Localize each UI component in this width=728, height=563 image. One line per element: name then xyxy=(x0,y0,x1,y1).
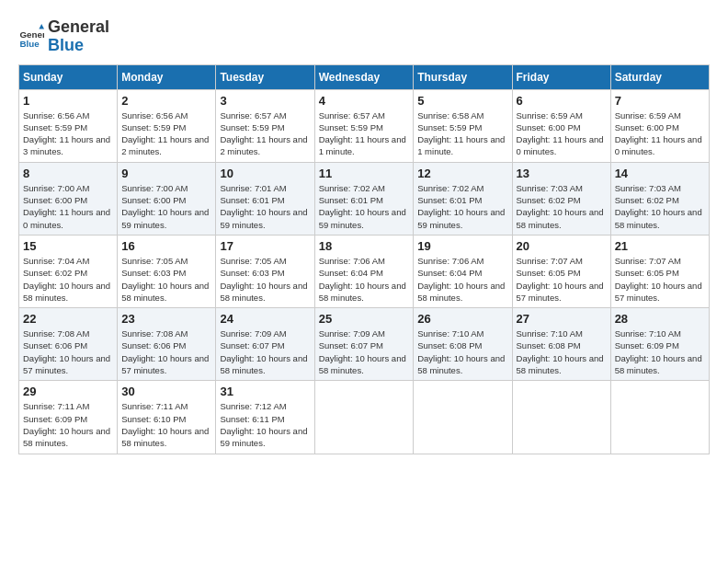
day-info: Sunrise: 7:09 AMSunset: 6:07 PMDaylight:… xyxy=(319,327,410,376)
day-number: 24 xyxy=(220,312,310,326)
calendar-cell: 12 Sunrise: 7:02 AMSunset: 6:01 PMDaylig… xyxy=(414,162,512,235)
calendar-header-tuesday: Tuesday xyxy=(216,64,314,89)
day-info: Sunrise: 7:11 AMSunset: 6:10 PMDaylight:… xyxy=(121,400,211,449)
calendar-cell: 27 Sunrise: 7:10 AMSunset: 6:08 PMDaylig… xyxy=(512,308,610,381)
calendar-table: SundayMondayTuesdayWednesdayThursdayFrid… xyxy=(18,64,710,454)
day-number: 6 xyxy=(517,94,607,108)
calendar-cell: 10 Sunrise: 7:01 AMSunset: 6:01 PMDaylig… xyxy=(216,162,314,235)
day-number: 13 xyxy=(517,167,607,180)
calendar-cell: 13 Sunrise: 7:03 AMSunset: 6:02 PMDaylig… xyxy=(512,162,610,235)
calendar-header-wednesday: Wednesday xyxy=(314,64,414,89)
day-info: Sunrise: 6:56 AMSunset: 5:59 PMDaylight:… xyxy=(121,109,211,158)
calendar-cell: 14 Sunrise: 7:03 AMSunset: 6:02 PMDaylig… xyxy=(610,162,709,235)
day-info: Sunrise: 7:07 AMSunset: 6:05 PMDaylight:… xyxy=(517,255,607,304)
calendar-header-sunday: Sunday xyxy=(19,64,118,89)
day-info: Sunrise: 7:10 AMSunset: 6:09 PMDaylight:… xyxy=(615,327,705,376)
calendar-cell: 17 Sunrise: 7:05 AMSunset: 6:03 PMDaylig… xyxy=(216,235,314,307)
day-info: Sunrise: 6:59 AMSunset: 6:00 PMDaylight:… xyxy=(517,109,607,158)
calendar-cell xyxy=(414,381,512,454)
day-info: Sunrise: 6:58 AMSunset: 5:59 PMDaylight:… xyxy=(417,109,507,158)
day-info: Sunrise: 7:09 AMSunset: 6:07 PMDaylight:… xyxy=(220,327,310,376)
calendar-cell xyxy=(512,381,610,454)
calendar-cell: 19 Sunrise: 7:06 AMSunset: 6:04 PMDaylig… xyxy=(414,235,512,307)
day-number: 11 xyxy=(319,167,410,180)
day-number: 8 xyxy=(23,167,113,180)
day-number: 9 xyxy=(121,167,211,180)
day-number: 28 xyxy=(615,312,705,326)
calendar-cell: 26 Sunrise: 7:10 AMSunset: 6:08 PMDaylig… xyxy=(414,308,512,381)
day-number: 16 xyxy=(121,239,211,253)
day-number: 19 xyxy=(417,239,507,253)
day-number: 18 xyxy=(319,239,410,253)
calendar-cell: 16 Sunrise: 7:05 AMSunset: 6:03 PMDaylig… xyxy=(118,235,216,307)
day-info: Sunrise: 7:05 AMSunset: 6:03 PMDaylight:… xyxy=(121,255,211,304)
day-info: Sunrise: 7:12 AMSunset: 6:11 PMDaylight:… xyxy=(220,400,310,449)
calendar-week-row: 29 Sunrise: 7:11 AMSunset: 6:09 PMDaylig… xyxy=(19,381,710,454)
day-info: Sunrise: 7:02 AMSunset: 6:01 PMDaylight:… xyxy=(417,182,507,231)
day-info: Sunrise: 7:08 AMSunset: 6:06 PMDaylight:… xyxy=(23,327,113,376)
calendar-week-row: 8 Sunrise: 7:00 AMSunset: 6:00 PMDayligh… xyxy=(19,162,710,235)
day-info: Sunrise: 7:04 AMSunset: 6:02 PMDaylight:… xyxy=(23,255,113,304)
day-number: 23 xyxy=(121,312,211,326)
calendar-cell: 7 Sunrise: 6:59 AMSunset: 6:00 PMDayligh… xyxy=(610,89,709,162)
logo-text: General Blue xyxy=(48,18,109,55)
day-info: Sunrise: 7:02 AMSunset: 6:01 PMDaylight:… xyxy=(319,182,410,231)
calendar-cell: 2 Sunrise: 6:56 AMSunset: 5:59 PMDayligh… xyxy=(118,89,216,162)
calendar-cell: 9 Sunrise: 7:00 AMSunset: 6:00 PMDayligh… xyxy=(118,162,216,235)
page-header: General Blue General Blue xyxy=(18,18,710,55)
day-number: 4 xyxy=(319,94,410,108)
calendar-cell: 3 Sunrise: 6:57 AMSunset: 5:59 PMDayligh… xyxy=(216,89,314,162)
svg-marker-2 xyxy=(39,24,44,29)
day-info: Sunrise: 7:06 AMSunset: 6:04 PMDaylight:… xyxy=(319,255,410,304)
day-info: Sunrise: 6:56 AMSunset: 5:59 PMDaylight:… xyxy=(23,109,113,158)
day-number: 25 xyxy=(319,312,410,326)
day-info: Sunrise: 7:05 AMSunset: 6:03 PMDaylight:… xyxy=(220,255,310,304)
calendar-cell xyxy=(610,381,709,454)
day-number: 7 xyxy=(615,94,705,108)
calendar-cell: 23 Sunrise: 7:08 AMSunset: 6:06 PMDaylig… xyxy=(118,308,216,381)
day-number: 1 xyxy=(23,94,113,108)
calendar-header-row: SundayMondayTuesdayWednesdayThursdayFrid… xyxy=(19,64,710,89)
day-number: 17 xyxy=(220,239,310,253)
day-number: 14 xyxy=(615,167,705,180)
calendar-week-row: 1 Sunrise: 6:56 AMSunset: 5:59 PMDayligh… xyxy=(19,89,710,162)
calendar-cell: 18 Sunrise: 7:06 AMSunset: 6:04 PMDaylig… xyxy=(314,235,414,307)
day-number: 15 xyxy=(23,239,113,253)
day-info: Sunrise: 7:01 AMSunset: 6:01 PMDaylight:… xyxy=(220,182,310,231)
day-number: 31 xyxy=(220,385,310,398)
day-info: Sunrise: 7:03 AMSunset: 6:02 PMDaylight:… xyxy=(615,182,705,231)
day-info: Sunrise: 7:00 AMSunset: 6:00 PMDaylight:… xyxy=(121,182,211,231)
day-info: Sunrise: 6:59 AMSunset: 6:00 PMDaylight:… xyxy=(615,109,705,158)
calendar-cell: 24 Sunrise: 7:09 AMSunset: 6:07 PMDaylig… xyxy=(216,308,314,381)
calendar-cell: 20 Sunrise: 7:07 AMSunset: 6:05 PMDaylig… xyxy=(512,235,610,307)
day-number: 21 xyxy=(615,239,705,253)
day-number: 5 xyxy=(417,94,507,108)
day-info: Sunrise: 7:08 AMSunset: 6:06 PMDaylight:… xyxy=(121,327,211,376)
calendar-week-row: 15 Sunrise: 7:04 AMSunset: 6:02 PMDaylig… xyxy=(19,235,710,307)
day-number: 12 xyxy=(417,167,507,180)
calendar-cell: 11 Sunrise: 7:02 AMSunset: 6:01 PMDaylig… xyxy=(314,162,414,235)
day-info: Sunrise: 7:06 AMSunset: 6:04 PMDaylight:… xyxy=(417,255,507,304)
day-number: 26 xyxy=(417,312,507,326)
calendar-cell: 28 Sunrise: 7:10 AMSunset: 6:09 PMDaylig… xyxy=(610,308,709,381)
day-info: Sunrise: 7:10 AMSunset: 6:08 PMDaylight:… xyxy=(517,327,607,376)
day-info: Sunrise: 7:10 AMSunset: 6:08 PMDaylight:… xyxy=(417,327,507,376)
day-number: 20 xyxy=(517,239,607,253)
calendar-cell: 4 Sunrise: 6:57 AMSunset: 5:59 PMDayligh… xyxy=(314,89,414,162)
calendar-cell: 29 Sunrise: 7:11 AMSunset: 6:09 PMDaylig… xyxy=(19,381,118,454)
calendar-header-thursday: Thursday xyxy=(414,64,512,89)
calendar-header-monday: Monday xyxy=(118,64,216,89)
calendar-cell: 1 Sunrise: 6:56 AMSunset: 5:59 PMDayligh… xyxy=(19,89,118,162)
day-number: 10 xyxy=(220,167,310,180)
day-info: Sunrise: 6:57 AMSunset: 5:59 PMDaylight:… xyxy=(220,109,310,158)
calendar-week-row: 22 Sunrise: 7:08 AMSunset: 6:06 PMDaylig… xyxy=(19,308,710,381)
calendar-header-saturday: Saturday xyxy=(610,64,709,89)
calendar-cell: 8 Sunrise: 7:00 AMSunset: 6:00 PMDayligh… xyxy=(19,162,118,235)
calendar-cell: 25 Sunrise: 7:09 AMSunset: 6:07 PMDaylig… xyxy=(314,308,414,381)
day-number: 3 xyxy=(220,94,310,108)
calendar-cell: 5 Sunrise: 6:58 AMSunset: 5:59 PMDayligh… xyxy=(414,89,512,162)
calendar-cell xyxy=(314,381,414,454)
svg-text:Blue: Blue xyxy=(19,38,40,48)
day-info: Sunrise: 7:11 AMSunset: 6:09 PMDaylight:… xyxy=(23,400,113,449)
day-number: 27 xyxy=(517,312,607,326)
